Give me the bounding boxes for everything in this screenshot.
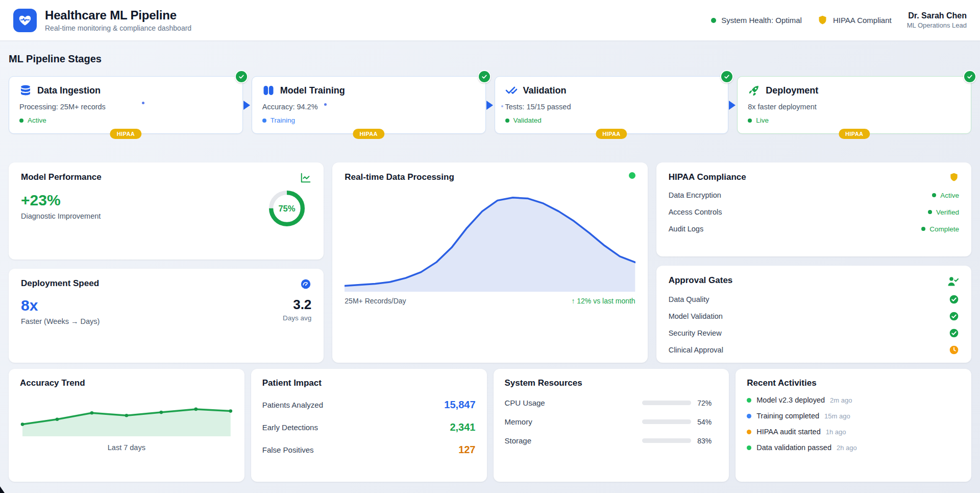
activity-item: HIPAA audit started 1h ago bbox=[747, 428, 960, 436]
activity-dot bbox=[747, 414, 751, 418]
hipaa-compliance-card: HIPAA Compliance Data Encryption Active … bbox=[656, 162, 971, 256]
gate-row: Model Validation bbox=[669, 311, 959, 321]
mouse-cursor bbox=[0, 486, 5, 493]
performance-ring-label: 75% bbox=[279, 204, 296, 214]
hipaa-compliant-chip: HIPAA Compliant bbox=[817, 15, 892, 26]
compliance-row: Access Controls Verified bbox=[669, 208, 959, 216]
gate-row: Security Review bbox=[669, 328, 959, 338]
status-dot bbox=[19, 119, 23, 123]
impact-row: False Positives 127 bbox=[262, 444, 476, 456]
stage-card-data-ingestion: Data Ingestion Processing: 25M+ records … bbox=[9, 76, 243, 134]
impact-label: Patients Analyzed bbox=[262, 401, 323, 409]
activity-text: Data validation passed bbox=[756, 443, 831, 452]
activity-time: 15m ago bbox=[824, 412, 850, 420]
trend-caption: Last 7 days bbox=[20, 443, 233, 452]
recent-activities-card: Recent Activities Model v2.3 deployed 2m… bbox=[736, 369, 971, 482]
status-dot bbox=[921, 227, 925, 231]
top-bar-right: System Health: Optimal HIPAA Compliant D… bbox=[711, 11, 967, 29]
activity-time: 2m ago bbox=[830, 396, 852, 404]
status-label: Live bbox=[756, 116, 769, 124]
stage-status: Active bbox=[19, 116, 232, 124]
card-title: Approval Gates bbox=[669, 275, 733, 286]
check-check-icon bbox=[505, 84, 518, 97]
brand: Healthcare ML Pipeline Real-time monitor… bbox=[13, 8, 191, 32]
gauge-icon bbox=[300, 278, 311, 290]
stage-title: Deployment bbox=[766, 85, 818, 96]
stage-status: Training bbox=[262, 116, 475, 124]
card-title: System Resources bbox=[505, 378, 582, 388]
compliance-label: Data Encryption bbox=[669, 191, 721, 199]
status-label: Validated bbox=[513, 116, 542, 124]
card-title: Deployment Speed bbox=[21, 278, 99, 289]
check-circle-icon bbox=[949, 311, 959, 321]
progress-bar bbox=[642, 438, 691, 443]
gate-label: Data Quality bbox=[669, 295, 709, 303]
status-label: Training bbox=[271, 116, 295, 124]
stage-detail: Processing: 25M+ records bbox=[19, 103, 232, 111]
approval-gates-card: Approval Gates Data Quality Model Valida… bbox=[656, 266, 971, 363]
compliance-status: Verified bbox=[936, 208, 959, 216]
activity-dot bbox=[747, 430, 751, 434]
resource-percent: 54% bbox=[697, 418, 718, 426]
activity-dot bbox=[747, 398, 751, 403]
gate-label: Security Review bbox=[669, 329, 722, 337]
accuracy-line-chart bbox=[20, 397, 233, 436]
particle-dot bbox=[501, 105, 503, 107]
resource-label: CPU Usage bbox=[505, 398, 643, 407]
progress-bar bbox=[642, 419, 691, 424]
model-performance-card: Model Performance +23% Diagnostic Improv… bbox=[9, 162, 324, 260]
vs-last-month-label: ↑ 12% vs last month bbox=[571, 297, 635, 305]
activity-time: 1h ago bbox=[826, 428, 846, 436]
card-title: Accuracy Trend bbox=[20, 378, 85, 388]
left-column: Model Performance +23% Diagnostic Improv… bbox=[9, 162, 324, 363]
speed-right: 3.2 Days avg bbox=[283, 298, 311, 322]
page-title: Healthcare ML Pipeline bbox=[45, 8, 191, 22]
activity-item: Model v2.3 deployed 2m ago bbox=[747, 396, 960, 404]
user-check-icon bbox=[947, 275, 959, 288]
card-title: Patient Impact bbox=[262, 378, 322, 388]
hipaa-badge: HIPAA bbox=[110, 129, 141, 139]
activity-item: Training completed 15m ago bbox=[747, 412, 960, 420]
stage-detail: Accuracy: 94.2% bbox=[262, 103, 475, 111]
stage-detail: Tests: 15/15 passed bbox=[505, 103, 718, 111]
stage-card-deployment: Deployment 8x faster deployment Live HIP… bbox=[737, 76, 971, 134]
system-health-label: System Health: Optimal bbox=[721, 16, 802, 25]
impact-row: Patients Analyzed 15,847 bbox=[262, 399, 476, 411]
brain-icon bbox=[262, 84, 275, 97]
shield-icon bbox=[949, 172, 959, 182]
deployment-speed-card: Deployment Speed 8x Faster (Weeks → Days… bbox=[9, 269, 324, 363]
app-logo bbox=[13, 9, 37, 32]
clock-icon bbox=[949, 345, 959, 355]
rocket-icon bbox=[748, 84, 760, 97]
accuracy-trend-card: Accuracy Trend Last 7 days bbox=[9, 369, 244, 482]
flow-arrow-icon bbox=[486, 101, 493, 110]
compliance-label: Audit Logs bbox=[669, 225, 704, 233]
status-dot bbox=[928, 210, 932, 214]
card-title: Model Performance bbox=[21, 172, 102, 182]
gate-label: Clinical Approval bbox=[669, 346, 723, 354]
activity-item: Data validation passed 2h ago bbox=[747, 443, 960, 452]
activity-text: Training completed bbox=[756, 412, 819, 420]
stage-status: Live bbox=[748, 116, 961, 124]
impact-label: False Positives bbox=[262, 445, 314, 454]
brand-text: Healthcare ML Pipeline Real-time monitor… bbox=[45, 8, 191, 32]
gate-row: Clinical Approval bbox=[669, 345, 959, 355]
stage-card-validation: Validation Tests: 15/15 passed Validated… bbox=[495, 76, 729, 134]
stage-title: Data Ingestion bbox=[37, 85, 101, 96]
speed-label: Faster (Weeks → Days) bbox=[21, 317, 100, 325]
pipeline-stage-grid: Data Ingestion Processing: 25M+ records … bbox=[9, 76, 971, 134]
activity-text: Model v2.3 deployed bbox=[756, 396, 825, 404]
system-resources-card: System Resources CPU Usage 72% Memory 54… bbox=[494, 369, 729, 482]
resource-row: Storage 83% bbox=[505, 436, 718, 445]
speed-left: 8x Faster (Weeks → Days) bbox=[21, 298, 100, 325]
check-circle-icon bbox=[949, 294, 959, 304]
stage-complete-badge-icon bbox=[720, 70, 733, 83]
status-dot bbox=[262, 119, 266, 123]
impact-row: Early Detections 2,341 bbox=[262, 421, 476, 433]
patient-impact-card: Patient Impact Patients Analyzed 15,847 … bbox=[251, 369, 487, 482]
impact-value: 2,341 bbox=[450, 421, 475, 433]
impact-value: 15,847 bbox=[444, 399, 475, 411]
card-title: Recent Activities bbox=[747, 378, 816, 388]
stage-title: Validation bbox=[523, 85, 567, 96]
card-title: HIPAA Compliance bbox=[669, 172, 746, 182]
